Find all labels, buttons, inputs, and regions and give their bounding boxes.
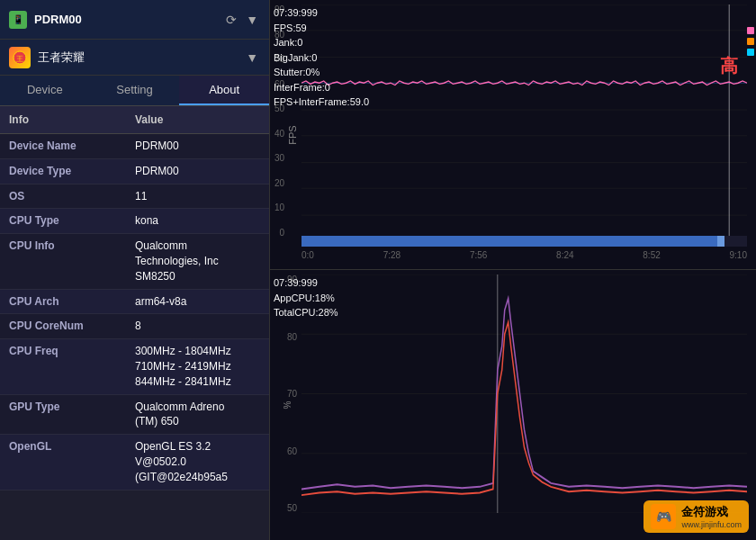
row-value: PDRM00 [126, 134, 269, 158]
tab-setting[interactable]: Setting [90, 76, 180, 105]
row-label: OS [0, 184, 126, 209]
fps-scrollbar-thumb[interactable] [717, 236, 724, 247]
fps-stutter: Stutter:0% [274, 65, 369, 80]
row-label: OpenGL [0, 435, 126, 459]
row-label: Device Name [0, 134, 126, 158]
fps-scrollbar-fill [302, 236, 724, 247]
fps-y-40: 40 [270, 129, 288, 139]
legend-dots [747, 27, 754, 56]
fps-bigjank: BigJank:0 [274, 50, 369, 66]
table-row: Device Type PDRM00 [0, 159, 269, 184]
watermark-info: 金符游戏 www.jinjinfu.com [681, 504, 742, 529]
cpu-timestamp: 07:39:999 [274, 275, 338, 291]
device-actions: ⟳ ▼ [224, 11, 260, 29]
row-value: 11 [126, 184, 269, 209]
tab-about[interactable]: About [179, 76, 269, 105]
fps-y-0: 0 [270, 228, 288, 238]
row-label: CPU Type [0, 209, 126, 233]
row-label: Device Type [0, 159, 126, 184]
cpu-total: TotalCPU:28% [274, 305, 338, 320]
app-icon: 王 [9, 47, 31, 68]
row-label: GPU Type [0, 395, 126, 419]
cpu-app: AppCPU:18% [274, 291, 338, 306]
fps-timestamp: 07:39:999 [274, 5, 369, 21]
table-row: CPU Type kona [0, 209, 269, 234]
x-910: 9:10 [730, 250, 747, 260]
fps-value: FPS:59 [274, 21, 369, 36]
row-label: CPU Info [0, 234, 126, 258]
x-0: 0:0 [302, 250, 314, 260]
fps-overlay: 07:39:999 FPS:59 Jank:0 BigJank:0 Stutte… [274, 5, 369, 110]
app-selector[interactable]: 王 王者荣耀 ▼ [0, 40, 269, 76]
table-row: Device Name PDRM00 [0, 134, 269, 159]
row-label: CPU CoreNum [0, 314, 126, 338]
row-value: arm64-v8a [126, 290, 269, 314]
device-name-label: PDRM00 [34, 13, 217, 26]
table-row: OS 11 [0, 184, 269, 210]
x-824: 8:24 [556, 250, 573, 260]
fps-chart: 07:39:999 FPS:59 Jank:0 BigJank:0 Stutte… [270, 0, 756, 270]
table-row: CPU CoreNum 8 [0, 314, 269, 339]
device-icon: 📱 [9, 11, 27, 29]
col-value: Value [126, 110, 269, 130]
refresh-icon[interactable]: ⟳ [224, 11, 238, 29]
info-table: Info Value Device Name PDRM00 Device Typ… [0, 106, 269, 540]
row-value: 300MHz - 1804MHz710MHz - 2419MHz844MHz -… [126, 339, 269, 393]
cpu-axis-label: % [283, 401, 292, 410]
row-label: CPU Arch [0, 290, 126, 314]
app-name-label: 王者荣耀 [38, 50, 237, 66]
fps-y-10: 10 [270, 202, 288, 212]
fps-jank: Jank:0 [274, 35, 369, 50]
row-value: kona [126, 209, 269, 233]
high-label: 高 [720, 54, 738, 78]
x-axis: 0:0 7:28 7:56 8:24 8:52 9:10 [302, 250, 747, 260]
watermark-icon: 🎮 [651, 504, 676, 529]
legend-cyan [747, 49, 754, 56]
legend-orange [747, 38, 754, 45]
cpu-y-60: 60 [270, 446, 301, 456]
table-row: OpenGL OpenGL ES 3.2V@0502.0(GIT@02e24b9… [0, 435, 269, 490]
table-row: GPU Type Qualcomm Adreno(TM) 650 [0, 395, 269, 436]
fps-scrollbar[interactable] [302, 236, 747, 247]
table-row: CPU Freq 300MHz - 1804MHz710MHz - 2419MH… [0, 339, 269, 394]
cpu-y-50: 50 [270, 503, 301, 513]
svg-text:王: 王 [16, 55, 23, 63]
fps-y-20: 20 [270, 178, 288, 188]
cpu-y-70: 70 [270, 389, 301, 399]
table-row: CPU Arch arm64-v8a [0, 290, 269, 315]
row-value: Qualcomm Adreno(TM) 650 [126, 395, 269, 435]
cpu-svg [302, 274, 747, 513]
row-value: OpenGL ES 3.2V@0502.0(GIT@02e24b95a5 [126, 435, 269, 489]
col-info: Info [0, 110, 126, 130]
row-label: CPU Freq [0, 339, 126, 364]
watermark: 🎮 金符游戏 www.jinjinfu.com [644, 500, 749, 533]
dropdown-icon[interactable]: ▼ [244, 11, 260, 29]
table-header: Info Value [0, 106, 269, 134]
fps-interframe: InterFrame:0 [274, 80, 369, 95]
x-852: 8:52 [643, 250, 660, 260]
tabs-container: Device Setting About [0, 76, 269, 106]
x-756: 7:56 [470, 250, 487, 260]
right-panel: 07:39:999 FPS:59 Jank:0 BigJank:0 Stutte… [270, 0, 756, 540]
app-dropdown-icon[interactable]: ▼ [244, 49, 260, 67]
row-value: 8 [126, 314, 269, 338]
fps-interframe-val: FPS+InterFrame:59.0 [274, 94, 369, 110]
cpu-chart: 07:39:999 AppCPU:18% TotalCPU:28% 90 80 … [270, 270, 756, 540]
row-value: QualcommTechnologies, IncSM8250 [126, 234, 269, 288]
watermark-sub: www.jinjinfu.com [681, 520, 742, 529]
cpu-overlay: 07:39:999 AppCPU:18% TotalCPU:28% [274, 275, 338, 320]
device-selector[interactable]: 📱 PDRM00 ⟳ ▼ [0, 0, 269, 40]
legend-pink [747, 27, 754, 34]
x-728: 7:28 [383, 250, 400, 260]
fps-axis-label: FPS [287, 125, 298, 144]
cpu-y-80: 80 [270, 332, 301, 342]
tab-device[interactable]: Device [0, 76, 90, 105]
left-panel: 📱 PDRM00 ⟳ ▼ 王 王者荣耀 ▼ Device Setting Abo… [0, 0, 270, 540]
watermark-text: 金符游戏 [681, 504, 742, 520]
fps-y-30: 30 [270, 153, 288, 163]
table-row: CPU Info QualcommTechnologies, IncSM8250 [0, 234, 269, 289]
row-value: PDRM00 [126, 159, 269, 184]
